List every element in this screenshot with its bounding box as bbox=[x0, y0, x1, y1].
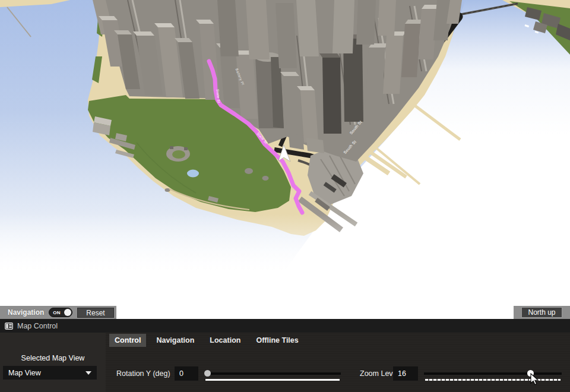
tab-bar: Control Navigation Location Offline Tile… bbox=[109, 334, 304, 347]
map-view-dropdown-value: Map View bbox=[8, 369, 41, 377]
rotation-slider[interactable] bbox=[204, 366, 341, 382]
zoom-slider-track[interactable] bbox=[424, 372, 562, 375]
map-control-icon bbox=[5, 323, 13, 330]
rotation-label: Rotation Y (deg) bbox=[116, 369, 170, 378]
zoom-input[interactable] bbox=[393, 366, 418, 381]
map-view-dropdown[interactable]: Map View bbox=[3, 366, 97, 380]
fog bbox=[0, 214, 570, 320]
navigation-toggle[interactable]: ON bbox=[49, 308, 72, 317]
tab-control[interactable]: Control bbox=[109, 334, 146, 347]
tab-navigation[interactable]: Navigation bbox=[151, 334, 200, 347]
reset-button[interactable]: Reset bbox=[77, 308, 113, 318]
zoom-slider-thumb[interactable] bbox=[527, 370, 534, 377]
chevron-down-icon bbox=[86, 371, 91, 375]
rotation-slider-track[interactable] bbox=[204, 372, 341, 375]
toggle-knob[interactable] bbox=[64, 309, 71, 316]
tab-location[interactable]: Location bbox=[204, 334, 246, 347]
navigation-overlay: Navigation ON Reset bbox=[0, 306, 116, 319]
navigation-label: Navigation bbox=[8, 308, 44, 317]
panel-titlebar: Map Control bbox=[0, 319, 570, 333]
toggle-state-label: ON bbox=[53, 310, 61, 315]
zoom-slider[interactable] bbox=[424, 366, 562, 382]
tab-offline-tiles[interactable]: Offline Tiles bbox=[251, 334, 303, 347]
rotation-slider-ticks bbox=[205, 379, 340, 381]
selected-map-view-label: Selected Map View bbox=[0, 354, 106, 362]
map-control-panel: Selected Map View Map View Control Navig… bbox=[0, 333, 570, 392]
map-view[interactable]: South St South St Battery Pl State St St… bbox=[0, 0, 570, 320]
rotation-slider-thumb[interactable] bbox=[204, 370, 211, 377]
panel-title: Map Control bbox=[17, 322, 58, 330]
rotation-input[interactable] bbox=[175, 366, 198, 381]
north-up-button[interactable]: North up bbox=[521, 307, 562, 318]
zoom-slider-ticks bbox=[425, 379, 560, 381]
panel-sidebar: Selected Map View Map View bbox=[0, 333, 106, 392]
north-up-overlay: North up bbox=[514, 306, 570, 319]
app-window: South St South St Battery Pl State St St… bbox=[0, 0, 570, 392]
